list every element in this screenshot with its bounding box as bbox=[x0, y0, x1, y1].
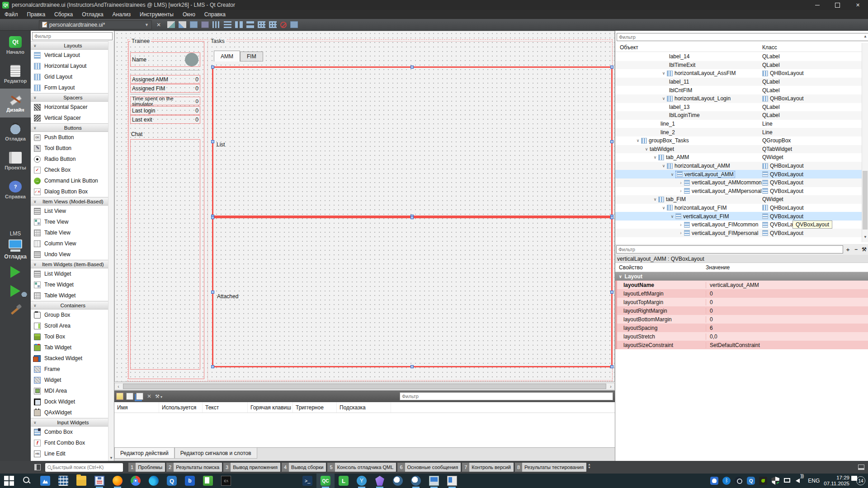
canvas-horizontal-scrollbar[interactable]: ‹ › bbox=[114, 383, 615, 390]
sidebar-toggle-icon[interactable] bbox=[34, 464, 41, 470]
close-button[interactable] bbox=[848, 0, 868, 10]
panel-compile-output[interactable]: 4Вывод сборки bbox=[282, 463, 326, 472]
panel-qml-debugger[interactable]: 5Консоль отладчика QML bbox=[327, 463, 396, 472]
taskbar-firefox[interactable] bbox=[108, 474, 127, 488]
github-tray-icon[interactable] bbox=[710, 477, 718, 485]
column-property[interactable]: Свойство bbox=[615, 264, 706, 271]
menu-build[interactable]: Сборка bbox=[50, 10, 77, 19]
scrollbar-thumb[interactable] bbox=[863, 171, 868, 230]
widget-box-filter-input[interactable] bbox=[32, 32, 113, 40]
property-row[interactable]: layoutTopMargin0 bbox=[615, 298, 868, 306]
stat-row-last-login[interactable]: Last login 0 bbox=[130, 106, 200, 115]
tab-action-editor[interactable]: Редактор действий bbox=[114, 448, 175, 459]
property-row[interactable]: layoutRightMargin0 bbox=[615, 306, 868, 315]
property-row[interactable]: layoutSpacing6 bbox=[615, 324, 868, 332]
widget-push-button[interactable]: Push Button bbox=[31, 132, 114, 143]
object-inspector-filter-input[interactable] bbox=[617, 33, 868, 41]
resize-handle[interactable] bbox=[211, 291, 214, 294]
q-tray-icon[interactable]: Q bbox=[747, 477, 755, 485]
configure-property-icon[interactable]: ⚒ bbox=[861, 246, 868, 253]
tree-row[interactable]: label_11QLabel bbox=[615, 78, 862, 86]
mode-welcome[interactable]: Qt Начало bbox=[0, 31, 31, 60]
layout-horizontal-splitter-icon[interactable] bbox=[235, 21, 243, 28]
close-document-icon[interactable]: ✕ bbox=[156, 22, 161, 28]
mode-edit[interactable]: Редактор bbox=[0, 60, 31, 89]
panel-general-messages[interactable]: 6Основные сообщения bbox=[397, 463, 461, 472]
tree-row[interactable]: tab_FIMQWidget bbox=[615, 195, 862, 204]
property-row[interactable]: layoutSizeConstraintSetDefaultConstraint bbox=[615, 341, 868, 349]
scroll-up-icon[interactable]: ▲ bbox=[863, 34, 867, 38]
property-row[interactable]: layoutLeftMargin0 bbox=[615, 289, 868, 298]
widget-column-view[interactable]: Column View bbox=[31, 238, 114, 249]
resize-handle[interactable] bbox=[610, 140, 613, 143]
adjust-size-icon[interactable] bbox=[290, 21, 298, 28]
taskbar-search[interactable] bbox=[18, 474, 36, 488]
menu-help[interactable]: Справка bbox=[200, 10, 230, 19]
taskbar-calculator[interactable] bbox=[54, 474, 72, 488]
property-filter-input[interactable] bbox=[616, 245, 843, 253]
chat-box[interactable] bbox=[130, 139, 200, 370]
resize-handle[interactable] bbox=[211, 365, 214, 368]
delete-action-icon[interactable]: ✕ bbox=[146, 393, 152, 399]
widget-combo-box[interactable]: Combo Box bbox=[31, 427, 114, 437]
stat-row-time-spent[interactable]: Time spent on the simulator 0 bbox=[130, 97, 200, 105]
widget-table-widget[interactable]: Table Widget bbox=[31, 290, 114, 301]
tree-row[interactable]: verticalLayout_AMMpersonalQVBoxLayout bbox=[615, 187, 862, 196]
taskbar-obsidian[interactable] bbox=[371, 474, 389, 488]
resize-handle[interactable] bbox=[410, 66, 414, 69]
resize-handle[interactable] bbox=[211, 216, 214, 219]
mode-design[interactable]: Дизайн bbox=[0, 89, 31, 117]
nvidia-icon[interactable] bbox=[759, 477, 767, 485]
open-document-selector[interactable]: personalcardtrainee.ui* ▼ bbox=[39, 20, 152, 29]
menu-debug[interactable]: Отладка bbox=[77, 10, 108, 19]
tree-row[interactable]: horizontalLayout_AMMQHBoxLayout bbox=[615, 162, 862, 170]
tree-row[interactable]: tabWidgetQTabWidget bbox=[615, 145, 862, 154]
tree-row[interactable]: horizontalLayout_LoginQHBoxLayout bbox=[615, 94, 862, 103]
tree-row[interactable]: line_1Line bbox=[615, 120, 862, 128]
taskbar-window-app[interactable] bbox=[443, 474, 461, 488]
volume-icon[interactable] bbox=[796, 479, 800, 483]
widget-horizontal-layout[interactable]: Horizontal Layout bbox=[31, 61, 114, 71]
scrollbar-thumb[interactable] bbox=[123, 384, 606, 389]
taskbar-explorer[interactable] bbox=[72, 474, 90, 488]
layout-form-icon[interactable] bbox=[258, 21, 265, 28]
debug-run-button[interactable] bbox=[10, 285, 20, 297]
column-tooltip[interactable]: Подсказка bbox=[337, 402, 391, 413]
kit-selector[interactable]: LMS Отладка bbox=[0, 230, 31, 260]
section-containers[interactable]: ∨Containers bbox=[31, 301, 114, 310]
widget-tool-box[interactable]: Tool Box bbox=[31, 331, 114, 342]
taskbar-powershell[interactable]: >_ bbox=[298, 474, 316, 488]
menu-edit[interactable]: Правка bbox=[23, 10, 50, 19]
tree-row[interactable]: label_13QLabel bbox=[615, 103, 862, 112]
network-icon[interactable] bbox=[784, 478, 790, 483]
section-input-widgets[interactable]: ∨Input Widgets bbox=[31, 418, 114, 427]
trainee-group-box[interactable]: Trainee Name Assigned AMM 0 Assigned FIM… bbox=[128, 41, 204, 379]
layout-horizontally-icon[interactable] bbox=[212, 21, 220, 28]
mode-projects[interactable]: Проекты bbox=[0, 146, 31, 175]
widget-mdi-area[interactable]: MDI Area bbox=[31, 385, 114, 396]
layout-vertical-splitter-icon[interactable] bbox=[246, 21, 254, 28]
selected-layout-amm-common[interactable] bbox=[212, 66, 613, 217]
layout-vertically-icon[interactable] bbox=[224, 21, 231, 28]
action-editor-list[interactable] bbox=[114, 413, 615, 447]
scroll-down-icon[interactable]: ▼ bbox=[863, 235, 867, 239]
windows-security-icon[interactable] bbox=[771, 477, 779, 485]
stat-row-assigned-amm[interactable]: Assigned AMM 0 bbox=[130, 75, 200, 84]
menu-window[interactable]: Окно bbox=[178, 10, 200, 19]
tree-row[interactable]: lblCntFIMQLabel bbox=[615, 86, 862, 94]
remove-property-icon[interactable]: − bbox=[853, 246, 859, 253]
configure-actions-icon[interactable]: ⚒ bbox=[155, 394, 162, 399]
taskbar-photos[interactable] bbox=[36, 474, 54, 488]
column-class[interactable]: Класс bbox=[762, 44, 777, 51]
column-used[interactable]: Используется bbox=[159, 402, 203, 413]
taskbar-mail[interactable]: b bbox=[181, 474, 199, 488]
widget-tree-view[interactable]: Tree View bbox=[31, 216, 114, 227]
language-indicator[interactable]: ENG bbox=[808, 478, 820, 484]
menu-file[interactable]: Файл bbox=[0, 10, 23, 19]
locator[interactable] bbox=[45, 463, 123, 472]
tree-row-selected[interactable]: verticalLayout_FIMQVBoxLayout bbox=[615, 212, 862, 221]
tree-row[interactable]: lblTimeExitQLabel bbox=[615, 61, 862, 70]
taskbar-chrome[interactable] bbox=[127, 474, 145, 488]
taskbar-cmd[interactable]: C:\ bbox=[217, 474, 235, 488]
tree-scrollbar[interactable] bbox=[862, 43, 868, 242]
